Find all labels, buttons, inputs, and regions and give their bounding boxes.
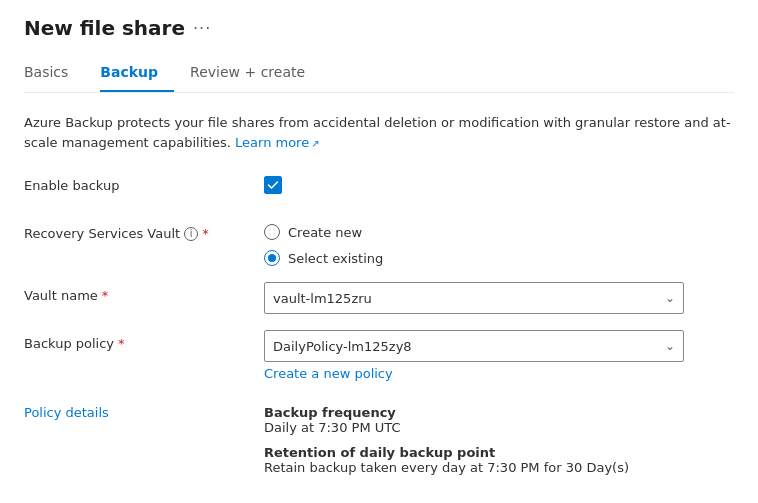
enable-backup-row: Enable backup bbox=[24, 172, 734, 204]
vault-name-label: Vault name * bbox=[24, 282, 264, 303]
enable-backup-control bbox=[264, 172, 734, 194]
radio-select-existing[interactable]: Select existing bbox=[264, 250, 734, 266]
page-container: New file share ··· Basics Backup Review … bbox=[0, 0, 758, 499]
tab-review-create[interactable]: Review + create bbox=[190, 56, 321, 92]
backup-policy-chevron-icon: ⌄ bbox=[665, 339, 675, 353]
page-header: New file share ··· bbox=[24, 16, 734, 40]
radio-select-existing-button[interactable] bbox=[264, 250, 280, 266]
vault-name-row: Vault name * vault-lm125zru ⌄ bbox=[24, 282, 734, 314]
policy-details-row: Policy details Backup frequency Daily at… bbox=[24, 405, 734, 475]
info-banner: Azure Backup protects your file shares f… bbox=[24, 113, 734, 152]
more-options-icon[interactable]: ··· bbox=[193, 19, 211, 38]
policy-detail-frequency: Backup frequency Daily at 7:30 PM UTC bbox=[264, 405, 734, 435]
policy-details-label: Policy details bbox=[24, 405, 264, 420]
radio-create-new-label: Create new bbox=[288, 225, 362, 240]
vault-name-required: * bbox=[102, 288, 109, 303]
checkmark-icon bbox=[267, 179, 279, 191]
vault-name-dropdown[interactable]: vault-lm125zru ⌄ bbox=[264, 282, 684, 314]
policy-details-content: Backup frequency Daily at 7:30 PM UTC Re… bbox=[264, 405, 734, 475]
backup-frequency-title: Backup frequency bbox=[264, 405, 734, 420]
form-section: Enable backup Recovery Services Vault i … bbox=[24, 172, 734, 475]
recovery-vault-control: Create new Select existing bbox=[264, 220, 734, 266]
create-new-policy-link[interactable]: Create a new policy bbox=[264, 366, 393, 381]
backup-policy-value: DailyPolicy-lm125zy8 bbox=[273, 339, 412, 354]
tabs-container: Basics Backup Review + create bbox=[24, 56, 734, 93]
radio-create-new[interactable]: Create new bbox=[264, 224, 734, 240]
learn-more-link[interactable]: Learn more bbox=[235, 135, 309, 150]
backup-policy-row: Backup policy * DailyPolicy-lm125zy8 ⌄ C… bbox=[24, 330, 734, 381]
tab-basics[interactable]: Basics bbox=[24, 56, 84, 92]
backup-policy-dropdown[interactable]: DailyPolicy-lm125zy8 ⌄ bbox=[264, 330, 684, 362]
backup-frequency-value: Daily at 7:30 PM UTC bbox=[264, 420, 734, 435]
info-banner-text: Azure Backup protects your file shares f… bbox=[24, 115, 731, 150]
radio-selected-indicator bbox=[268, 254, 276, 262]
required-indicator: * bbox=[202, 226, 209, 241]
vault-name-value: vault-lm125zru bbox=[273, 291, 372, 306]
vault-name-control: vault-lm125zru ⌄ bbox=[264, 282, 734, 314]
backup-policy-control: DailyPolicy-lm125zy8 ⌄ Create a new poli… bbox=[264, 330, 734, 381]
enable-backup-label: Enable backup bbox=[24, 172, 264, 193]
create-policy-link-wrapper: Create a new policy bbox=[264, 366, 734, 381]
tab-backup[interactable]: Backup bbox=[100, 56, 174, 92]
vault-name-chevron-icon: ⌄ bbox=[665, 291, 675, 305]
backup-policy-required: * bbox=[118, 336, 125, 351]
vault-radio-group: Create new Select existing bbox=[264, 220, 734, 266]
enable-backup-checkbox[interactable] bbox=[264, 176, 282, 194]
recovery-vault-row: Recovery Services Vault i * Create new bbox=[24, 220, 734, 266]
policy-detail-retention: Retention of daily backup point Retain b… bbox=[264, 445, 734, 475]
radio-select-existing-label: Select existing bbox=[288, 251, 383, 266]
page-title: New file share bbox=[24, 16, 185, 40]
retention-title: Retention of daily backup point bbox=[264, 445, 734, 460]
retention-value: Retain backup taken every day at 7:30 PM… bbox=[264, 460, 734, 475]
backup-policy-label: Backup policy * bbox=[24, 330, 264, 351]
radio-create-new-button[interactable] bbox=[264, 224, 280, 240]
info-icon[interactable]: i bbox=[184, 227, 198, 241]
recovery-vault-label: Recovery Services Vault i * bbox=[24, 220, 264, 241]
external-link-icon: ↗ bbox=[311, 136, 319, 151]
